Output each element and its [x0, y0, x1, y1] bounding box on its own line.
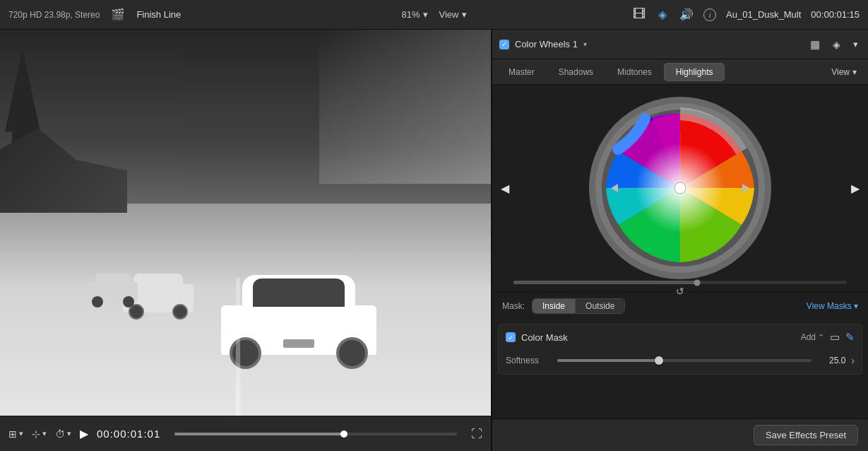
controls-bar: ⊞ ▾ ⊹ ▾ ⏱ ▾ ▶ 00:00:01:01 ⛶ — [0, 416, 491, 451]
effect-enable-checkbox[interactable]: ✓ — [499, 40, 509, 49]
tab-highlights[interactable]: Highlights — [664, 63, 725, 81]
bottom-bar: Save Effects Preset — [492, 418, 868, 451]
color-mask-row: ✓ Color Mask Add ⌃ ▭ ✎ Softness — [498, 324, 862, 375]
inspector-panel: ✓ Color Wheels 1 ▾ ▦ ◈ ▾ Master Shadows … — [492, 30, 868, 451]
color-wheel-area: ◀ ▶ — [492, 85, 868, 291]
effect-selector[interactable]: Color Wheels 1 ▾ — [515, 39, 802, 49]
expand-icon[interactable]: ▾ — [850, 37, 861, 51]
display-mode-button[interactable]: ⊞ ▾ — [8, 428, 23, 440]
film-icon[interactable]: 🎞 — [630, 6, 648, 23]
zoom-level: 81% — [402, 9, 420, 20]
color-mask-icons: ▭ ✎ — [830, 331, 855, 344]
speed-button[interactable]: ⏱ ▾ — [55, 428, 71, 440]
keyframe-icon[interactable]: ◈ — [830, 37, 843, 52]
inspector-toolbar: ✓ Color Wheels 1 ▾ ▦ ◈ ▾ — [492, 30, 868, 59]
softness-slider[interactable] — [557, 359, 811, 362]
zoom-control[interactable]: 81% ▾ — [402, 9, 428, 20]
timeline-scrubber[interactable] — [174, 433, 457, 435]
wheel-arrow-left[interactable]: ◀ — [501, 182, 509, 195]
color-icon[interactable]: ◈ — [655, 6, 670, 23]
mask-outside-button[interactable]: Outside — [576, 299, 624, 313]
speed-icon: ⏱ — [55, 428, 65, 440]
info-icon[interactable]: i — [703, 8, 716, 21]
play-button[interactable]: ▶ — [80, 427, 88, 440]
reset-button[interactable]: ↺ — [676, 286, 684, 297]
mask-button-group: Inside Outside — [532, 298, 625, 314]
fullscreen-icon: ⛶ — [471, 428, 482, 440]
view-tab-label: View — [831, 67, 850, 77]
video-frame — [0, 30, 491, 416]
display-mode-chevron: ▾ — [19, 429, 23, 438]
mask-label: Mask: — [502, 301, 525, 311]
wheel-arrow-right[interactable]: ▶ — [851, 182, 860, 195]
speed-chevron: ▾ — [67, 429, 71, 438]
eyedropper-icon[interactable]: ✎ — [845, 331, 855, 344]
tab-midtones[interactable]: Midtones — [605, 63, 664, 81]
view-button[interactable]: View ▾ — [439, 9, 467, 20]
add-label: Add — [801, 332, 816, 342]
svg-point-6 — [674, 182, 686, 194]
checkbox-check-icon: ✓ — [501, 40, 507, 48]
softness-adjust-button[interactable]: › — [851, 355, 855, 366]
zoom-chevron-icon: ▾ — [423, 9, 428, 20]
softness-row: Softness 25.0 › — [499, 350, 862, 374]
inspector-spacer — [492, 379, 868, 418]
effect-dropdown-icon: ▾ — [583, 40, 587, 48]
transform-button[interactable]: ⊹ ▾ — [32, 428, 47, 440]
layout-icon[interactable]: ▦ — [807, 37, 823, 52]
video-area[interactable] — [0, 30, 491, 416]
view-tab-chevron-icon: ▾ — [852, 67, 857, 77]
clapboard-icon: 🎬 — [111, 8, 125, 21]
audio-icon[interactable]: 🔊 — [677, 6, 696, 23]
display-mode-icon: ⊞ — [8, 428, 17, 440]
clip-name: Au_01_Dusk_Mult — [726, 9, 801, 20]
tab-view[interactable]: View ▾ — [824, 67, 864, 77]
softness-value: 25.0 — [817, 356, 845, 365]
current-timecode: 00:00:01:01 — [97, 428, 160, 440]
view-masks-button[interactable]: View Masks ▾ — [807, 301, 858, 311]
view-masks-chevron-icon: ▾ — [854, 301, 858, 311]
color-mask-header: ✓ Color Mask Add ⌃ ▭ ✎ — [499, 324, 862, 350]
tab-master[interactable]: Master — [497, 63, 547, 81]
mask-inside-button[interactable]: Inside — [533, 299, 576, 313]
video-panel: ⊞ ▾ ⊹ ▾ ⏱ ▾ ▶ 00:00:01:01 ⛶ — [0, 30, 491, 451]
tabs-row: Master Shadows Midtones Highlights View … — [492, 59, 868, 85]
project-name: Finish Line — [136, 9, 181, 20]
add-chevron-icon: ⌃ — [818, 333, 824, 342]
transform-chevron: ▾ — [42, 429, 47, 438]
timecode-display: 00:00:01:15 — [811, 9, 860, 20]
color-mask-name-label: Color Mask — [521, 332, 568, 343]
color-mask-add-button[interactable]: Add ⌃ — [801, 332, 824, 342]
color-mask-checkbox[interactable]: ✓ — [506, 332, 516, 342]
transform-icon: ⊹ — [32, 428, 40, 440]
video-info: 720p HD 23.98p, Stereo — [8, 10, 100, 20]
play-icon: ▶ — [80, 428, 88, 440]
tab-shadows[interactable]: Shadows — [547, 63, 605, 81]
color-wheel[interactable]: ↺ — [588, 96, 772, 280]
color-wheel-svg[interactable] — [588, 96, 772, 280]
fullscreen-button[interactable]: ⛶ — [471, 428, 482, 440]
top-bar: 720p HD 23.98p, Stereo 🎬 Finish Line 81%… — [0, 0, 868, 30]
reset-icon: ↺ — [676, 286, 684, 297]
view-label: View — [439, 9, 459, 20]
softness-label: Softness — [506, 356, 552, 365]
view-chevron-icon: ▾ — [462, 9, 467, 20]
wheel-scrubber[interactable] — [513, 281, 847, 284]
effect-name-label: Color Wheels 1 — [515, 39, 578, 49]
color-mask-check-icon: ✓ — [508, 334, 513, 341]
main-content: ⊞ ▾ ⊹ ▾ ⏱ ▾ ▶ 00:00:01:01 ⛶ — [0, 30, 868, 451]
save-effects-preset-button[interactable]: Save Effects Preset — [754, 425, 858, 445]
shape-icon[interactable]: ▭ — [830, 331, 840, 344]
inspector-right-icons: ▦ ◈ ▾ — [807, 37, 861, 52]
view-masks-label: View Masks — [807, 301, 852, 311]
